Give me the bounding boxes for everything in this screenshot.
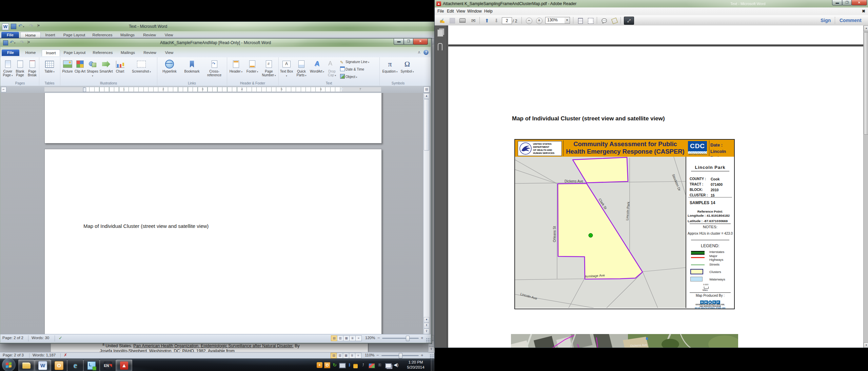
tray-network-icon[interactable] bbox=[385, 363, 392, 368]
taskbar-outlook[interactable]: O bbox=[51, 359, 67, 371]
tab-references[interactable]: References bbox=[90, 50, 116, 56]
minimize-button[interactable]: ▬ bbox=[394, 39, 404, 45]
scrolling-mode-icon[interactable] bbox=[576, 17, 585, 25]
redo-icon[interactable]: ↷ bbox=[20, 40, 24, 45]
comment-bubble-icon[interactable]: 💬 bbox=[599, 17, 609, 25]
screenshot-button[interactable]: Screenshot bbox=[127, 58, 156, 74]
blank-page-button[interactable]: Blank Page bbox=[14, 58, 26, 77]
footer-button[interactable]: Footer bbox=[244, 58, 260, 74]
menu-window[interactable]: Window bbox=[467, 9, 482, 14]
scroll-thumb[interactable] bbox=[864, 32, 868, 135]
tray-lock-icon[interactable] bbox=[353, 364, 358, 368]
taskbar-adobe-reader[interactable]: ▲ bbox=[116, 359, 132, 371]
menu-help[interactable]: Help bbox=[484, 9, 493, 14]
status-page[interactable]: Page: 2 of 2 bbox=[2, 336, 23, 340]
bg-view-outline[interactable]: ≣ bbox=[349, 353, 355, 358]
save-icon[interactable] bbox=[11, 24, 16, 29]
tray-bluetooth-icon[interactable]: ᛒ bbox=[347, 362, 352, 368]
bg-resize-grip[interactable] bbox=[430, 354, 434, 358]
bg-view-draft[interactable]: ≡ bbox=[355, 353, 361, 358]
spellcheck-ok-icon[interactable]: ✓ bbox=[59, 335, 62, 340]
bg-tab-page-layout[interactable]: Page Layout bbox=[60, 32, 88, 38]
fit-width-icon[interactable] bbox=[586, 17, 595, 25]
tab-view[interactable]: View bbox=[161, 50, 177, 56]
picture-button[interactable]: Picture bbox=[61, 58, 74, 74]
object-button[interactable]: Object bbox=[340, 74, 379, 80]
tray-clock[interactable]: 1:20 PM 5/20/2014 bbox=[403, 360, 428, 370]
fg-word-titlebar[interactable]: ↶ ▾ ↷ |▾ AttachK_SampleFrameAndMap [Read… bbox=[0, 39, 431, 47]
bg-word-titlebar[interactable]: W ↶ ▾ ↷ |▾ Text - Microsoft Word bbox=[0, 22, 434, 31]
show-desktop-button[interactable] bbox=[431, 359, 435, 371]
tray-office-icon[interactable]: O bbox=[324, 362, 330, 368]
tab-review[interactable]: Review bbox=[140, 50, 160, 56]
menu-view[interactable]: View bbox=[456, 9, 465, 14]
tab-page-layout[interactable]: Page Layout bbox=[61, 50, 88, 56]
indent-marker-right[interactable] bbox=[340, 88, 343, 91]
taskbar-endnote[interactable]: EN◥ bbox=[100, 359, 116, 371]
redo-icon[interactable]: ↷ bbox=[29, 23, 33, 28]
bg-tab-file[interactable]: File bbox=[1, 32, 19, 38]
maximize-button[interactable]: ❐ bbox=[403, 39, 414, 45]
menu-edit[interactable]: Edit bbox=[447, 9, 454, 14]
zoom-slider-thumb[interactable] bbox=[406, 336, 410, 341]
tray-display-icon[interactable] bbox=[339, 363, 346, 368]
indent-marker-left[interactable] bbox=[83, 87, 86, 92]
zoom-slider[interactable] bbox=[382, 338, 419, 339]
quick-access-dropdown-icon[interactable]: |▾ bbox=[27, 40, 30, 44]
bg-zoom-slider-thumb[interactable] bbox=[399, 353, 402, 358]
resize-grip[interactable] bbox=[426, 338, 430, 342]
text-box-button[interactable]: Text Box bbox=[280, 58, 293, 78]
print-icon[interactable] bbox=[458, 17, 467, 25]
comment-button[interactable]: Comment bbox=[840, 18, 862, 23]
save-icon[interactable] bbox=[448, 17, 457, 25]
save-icon[interactable] bbox=[3, 40, 8, 45]
adobe-scrollbar[interactable]: ▲ ▼ bbox=[863, 25, 868, 348]
zoom-in-icon[interactable]: + bbox=[421, 335, 423, 340]
taskbar-easy-transfer[interactable]: L bbox=[83, 359, 100, 371]
pages-panel-icon[interactable] bbox=[437, 30, 443, 37]
tray-power-plug-icon[interactable]: ⚿ bbox=[377, 362, 382, 368]
taskbar-windows-explorer[interactable] bbox=[18, 359, 35, 371]
scroll-up-icon[interactable]: ▲ bbox=[864, 25, 868, 31]
tab-insert[interactable]: Insert bbox=[42, 50, 60, 56]
shapes-button[interactable]: Shapes bbox=[86, 58, 99, 78]
status-words[interactable]: Words: 30 bbox=[32, 336, 49, 340]
page-number-button[interactable]: Page Number bbox=[261, 58, 277, 77]
minimize-ribbon-icon[interactable]: ᐱ bbox=[418, 51, 420, 54]
cross-reference-button[interactable]: Cross-reference bbox=[203, 58, 225, 77]
undo-icon[interactable]: ↶ ▾ bbox=[10, 40, 15, 45]
drop-cap-button[interactable]: Drop Cap bbox=[325, 58, 339, 77]
scroll-down-icon[interactable]: ▼ bbox=[864, 343, 868, 348]
start-button[interactable] bbox=[2, 358, 16, 371]
quick-access-dropdown-icon[interactable]: |▾ bbox=[37, 24, 40, 27]
email-icon[interactable]: ✉ bbox=[469, 17, 478, 25]
taskbar-word[interactable]: W bbox=[35, 359, 51, 371]
tray-volume-icon[interactable]: ◀) bbox=[393, 362, 399, 368]
pdf-page-2[interactable]: Map of Individual Cluster (street view a… bbox=[448, 46, 863, 348]
smartart-button[interactable]: SmartArt bbox=[99, 58, 113, 74]
help-icon[interactable]: ? bbox=[423, 50, 429, 55]
ruler-toggle-button[interactable]: ▤ bbox=[423, 86, 430, 93]
zoom-in-icon[interactable]: + bbox=[534, 17, 544, 25]
quick-parts-button[interactable]: Quick Parts bbox=[294, 58, 309, 77]
hyperlink-button[interactable]: Hyperlink bbox=[158, 58, 181, 74]
table-button[interactable]: Table bbox=[40, 58, 59, 74]
bookmark-button[interactable]: Bookmark bbox=[181, 58, 203, 74]
previous-page-icon[interactable]: ⬆ bbox=[482, 17, 492, 25]
view-outline[interactable]: ≣ bbox=[349, 335, 356, 341]
bg-zoom-level[interactable]: 110% bbox=[365, 353, 375, 357]
tab-selector[interactable]: ⌐ bbox=[1, 87, 6, 92]
clip-art-button[interactable]: Clip Art bbox=[74, 58, 86, 74]
view-web[interactable]: ▦ bbox=[343, 335, 350, 341]
cover-page-button[interactable]: Cover Page bbox=[2, 58, 14, 77]
signature-line-button[interactable]: ✎Signature Line bbox=[340, 59, 379, 65]
adobe-restore-button[interactable]: ❐ bbox=[842, 0, 852, 5]
zoom-out-icon[interactable]: − bbox=[377, 335, 380, 340]
tray-shield-icon[interactable]: + bbox=[317, 362, 322, 368]
adobe-close-button[interactable]: ✕ bbox=[851, 0, 867, 5]
date-time-button[interactable]: Date & Time bbox=[340, 66, 379, 73]
bg-tab-review[interactable]: Review bbox=[140, 32, 159, 38]
page-2[interactable]: Map of Individual Cluster (street view a… bbox=[44, 149, 382, 334]
next-page-icon[interactable]: ⬇ bbox=[492, 17, 501, 25]
tray-usb-icon[interactable]: ⤴ bbox=[360, 362, 366, 368]
